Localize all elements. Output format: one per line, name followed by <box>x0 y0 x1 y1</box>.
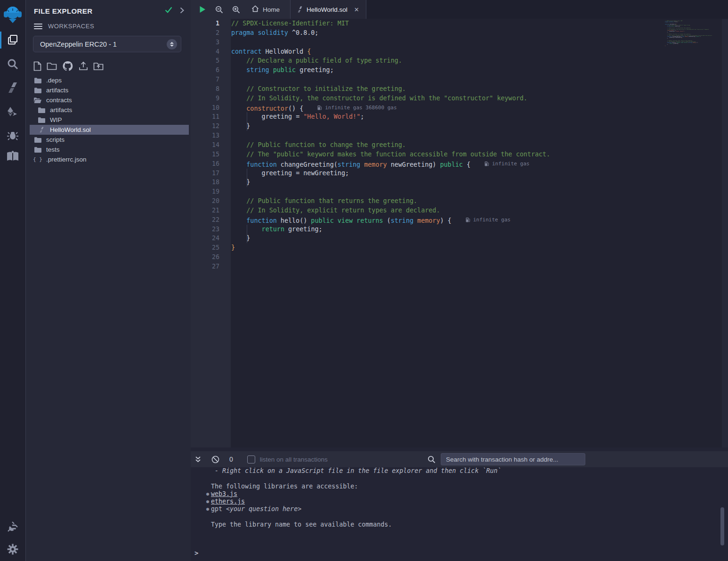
zoom-out-icon[interactable] <box>215 6 223 14</box>
terminal-output[interactable]: interface - Right click on a JavaScript … <box>191 460 728 561</box>
remix-logo[interactable] <box>0 4 26 25</box>
gas-estimate-hint[interactable]: infinite gas <box>466 215 510 225</box>
file-tree: .depsartifactscontractsartifactsWIPHello… <box>26 75 191 164</box>
search-icon[interactable] <box>0 57 26 71</box>
new-file-icon[interactable] <box>33 61 41 71</box>
code-line-17: greeting = newGreeting; <box>231 169 728 178</box>
home-icon <box>251 5 259 14</box>
code-editor[interactable]: 1234567891011121314151617181920212223242… <box>191 19 728 447</box>
solidity-compiler-icon[interactable] <box>0 81 26 95</box>
tree-item-wip[interactable]: WIP <box>26 115 191 125</box>
tree-item-scripts[interactable]: scripts <box>26 135 191 145</box>
bullet-icon: ● <box>204 505 211 513</box>
accept-check-icon[interactable] <box>165 7 172 15</box>
file-explorer-icon[interactable] <box>0 33 26 47</box>
editor-scroll-track[interactable] <box>722 19 728 447</box>
deploy-run-icon[interactable] <box>0 105 26 119</box>
github-icon[interactable] <box>62 61 73 71</box>
line-number: 8 <box>191 84 231 94</box>
code-content: // SPDX-License-Identifier: MITpragma so… <box>231 19 728 447</box>
gas-estimate-hint[interactable]: infinite gas 368600 gas <box>317 103 396 113</box>
new-folder-icon[interactable] <box>47 62 57 70</box>
line-number: 24 <box>191 234 231 243</box>
line-number: 3 <box>191 38 231 47</box>
run-script-button[interactable] <box>199 6 206 13</box>
line-number: 23 <box>191 225 231 234</box>
terminal-link[interactable]: ethers.js <box>211 498 245 505</box>
tree-item-contracts[interactable]: contracts <box>26 95 191 105</box>
terminal-line: ●web3.js <box>191 490 728 498</box>
file-actions-toolbar <box>33 61 104 71</box>
zoom-in-icon[interactable] <box>232 6 240 14</box>
panel-expand-chevron-icon[interactable] <box>180 7 184 15</box>
tree-item-helloworld-sol[interactable]: HelloWorld.sol <box>30 125 189 135</box>
line-number-gutter: 1234567891011121314151617181920212223242… <box>191 19 231 447</box>
code-line-3 <box>231 38 728 47</box>
tree-item-label: scripts <box>46 136 65 143</box>
file-explorer-panel: FILE EXPLORER WORKSPACES OpenZeppelin ER… <box>26 0 191 561</box>
line-number: 11 <box>191 112 231 122</box>
code-line-26 <box>231 252 728 262</box>
editor-column: Home HelloWorld.sol ✕ 123456789101112131… <box>191 0 728 561</box>
tab-helloworld-sol[interactable]: HelloWorld.sol ✕ <box>290 0 366 19</box>
tree-item-label: .deps <box>46 77 62 84</box>
debugger-icon[interactable] <box>0 128 26 142</box>
panel-title: FILE EXPLORER <box>34 7 92 15</box>
tab-close-icon[interactable]: ✕ <box>354 6 359 13</box>
terminal-line <box>191 475 728 482</box>
indent-guide <box>247 178 247 187</box>
folder-icon <box>38 107 45 113</box>
learneth-icon[interactable] <box>0 149 26 163</box>
line-number: 6 <box>191 65 231 75</box>
code-line-11: greeting = "Hello, World!"; <box>231 112 728 122</box>
code-line-7 <box>231 75 728 84</box>
code-line-18: } <box>231 178 728 187</box>
tree-item-artifacts[interactable]: artifacts <box>26 85 191 95</box>
upload-folder-icon[interactable] <box>93 62 104 71</box>
editor-tabbar: Home HelloWorld.sol ✕ <box>191 0 728 19</box>
tree-item--prettierrc-json[interactable]: { }.prettierrc.json <box>26 154 191 164</box>
folder-icon <box>34 147 41 153</box>
settings-icon[interactable] <box>0 542 26 556</box>
line-number: 7 <box>191 75 231 84</box>
terminal-line: The following libraries are accessible: <box>191 483 728 490</box>
code-line-4: contract HelloWorld { <box>231 47 728 57</box>
folder-open-icon <box>34 98 41 103</box>
folder-icon <box>38 117 45 123</box>
tree-item-artifacts[interactable]: artifacts <box>26 105 191 115</box>
tab-home[interactable]: Home <box>245 0 290 19</box>
workspace-menu-icon[interactable] <box>34 24 42 29</box>
tab-home-label: Home <box>263 6 280 13</box>
workspaces-label: WORKSPACES <box>48 23 94 30</box>
code-line-25: } <box>231 243 728 252</box>
workspace-select[interactable]: OpenZeppelin ERC20 - 1 <box>33 36 181 52</box>
code-line-20: // Public function that returns the gree… <box>231 196 728 206</box>
terminal-line: ●ethers.js <box>191 498 728 505</box>
code-line-15: // The "public" keyword makes the functi… <box>231 150 728 159</box>
terminal-line <box>191 513 728 520</box>
tree-item-label: tests <box>46 146 60 153</box>
plugin-manager-icon[interactable] <box>0 520 26 534</box>
terminal-line: - Right click on a JavaScript file in th… <box>191 467 728 475</box>
gas-estimate-hint[interactable]: infinite gas <box>485 159 529 169</box>
indent-guide <box>247 169 247 178</box>
listen-transactions-checkbox[interactable] <box>247 455 255 463</box>
tree-item-label: .prettierrc.json <box>46 156 87 163</box>
terminal-clear-icon[interactable] <box>211 455 219 463</box>
terminal-line: ●gpt <your question here> <box>191 505 728 513</box>
code-line-21: // In Solidity, explicit return types ar… <box>231 206 728 215</box>
code-line-8: // Constructor to initialize the greetin… <box>231 84 728 94</box>
terminal-link[interactable]: web3.js <box>211 490 237 498</box>
tree-item-tests[interactable]: tests <box>26 145 191 154</box>
editor-minimap[interactable]: // SPDX-License-Identifier: MITpragma so… <box>665 19 722 447</box>
tree-item--deps[interactable]: .deps <box>26 75 191 85</box>
workspace-name: OpenZeppelin ERC20 - 1 <box>40 41 167 48</box>
line-number: 17 <box>191 169 231 178</box>
terminal-search-input[interactable] <box>441 453 585 465</box>
line-number: 2 <box>191 28 231 38</box>
code-line-1: // SPDX-License-Identifier: MIT <box>231 19 728 28</box>
upload-file-icon[interactable] <box>79 61 88 71</box>
terminal-collapse-icon[interactable] <box>194 456 202 463</box>
solidity-file-icon <box>38 126 45 133</box>
code-line-13 <box>231 131 728 140</box>
